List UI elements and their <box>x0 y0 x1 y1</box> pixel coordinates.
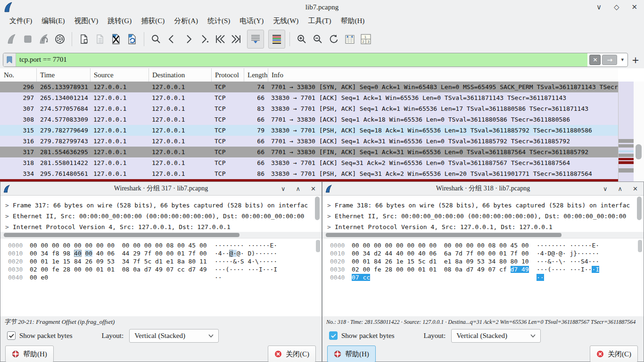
reload-file-icon[interactable] <box>124 31 140 48</box>
column-header-destination[interactable]: Destination <box>149 68 212 82</box>
close-icon[interactable]: ✕ <box>631 3 637 11</box>
tree-row-frame[interactable]: >Frame 317: 66 bytes on wire (528 bits),… <box>0 200 322 211</box>
hex-dump-pane[interactable]: 000000 00 00 00 00 00 00 00 00 00 00 00 … <box>322 238 644 316</box>
layout-select[interactable]: Vertical (Stacked) <box>451 329 541 343</box>
expand-arrow-icon[interactable]: > <box>327 211 335 222</box>
tree-vertical-scrollbar[interactable] <box>637 197 643 230</box>
restart-capture-icon[interactable] <box>36 31 51 48</box>
layout-123-icon[interactable]: 123 <box>358 31 373 48</box>
menu-item[interactable]: 捕获(C) <box>136 16 169 26</box>
packet-row[interactable]: 317 281.554636295 127.0.0.1 127.0.0.1 TC… <box>0 147 618 157</box>
zoom-in-icon[interactable] <box>294 31 309 48</box>
show-packet-bytes-checkbox[interactable] <box>329 331 338 340</box>
filter-dropdown-icon[interactable]: ▾ <box>617 57 627 63</box>
minimize-icon[interactable]: ∨ <box>596 3 602 11</box>
restore-icon[interactable]: ∧ <box>296 185 301 192</box>
colorize-toggle[interactable] <box>268 30 285 49</box>
cell-destination: 127.0.0.1 <box>149 105 212 112</box>
save-file-icon[interactable] <box>92 31 107 48</box>
first-packet-icon[interactable] <box>213 31 228 48</box>
packet-rows: 296 265.133978931 127.0.0.1 127.0.0.1 TC… <box>0 82 618 179</box>
expand-arrow-icon[interactable]: > <box>5 200 13 211</box>
selected-bytes: d7 49 <box>511 266 529 273</box>
expand-arrow-icon[interactable]: > <box>5 222 13 232</box>
filter-clear-button[interactable]: ✕ <box>589 55 601 65</box>
layout-select[interactable]: Vertical (Stacked) <box>129 329 219 343</box>
tree-horizontal-scrollbar[interactable] <box>0 232 322 238</box>
close-button[interactable]: 关闭(C) <box>590 346 638 362</box>
go-back-icon[interactable] <box>165 31 180 48</box>
show-packet-bytes-checkbox[interactable] <box>7 331 16 340</box>
menu-item[interactable]: 工具(T) <box>303 16 336 26</box>
tree-horizontal-scrollbar[interactable] <box>322 232 644 238</box>
packet-row[interactable]: 307 274.577057684 127.0.0.1 127.0.0.1 TC… <box>0 103 618 114</box>
hex-vertical-scrollbar[interactable] <box>638 240 643 315</box>
menu-item[interactable]: 统计(S) <box>203 16 235 26</box>
menu-item[interactable]: 电话(Y) <box>235 16 268 26</box>
restore-icon[interactable]: ∧ <box>618 185 623 192</box>
minimize-icon[interactable]: ∨ <box>603 185 608 192</box>
go-to-packet-icon[interactable] <box>197 31 212 48</box>
menu-item[interactable]: 文件(F) <box>5 16 37 26</box>
filter-apply-button[interactable]: → <box>602 55 617 65</box>
stop-capture-icon[interactable] <box>20 31 35 48</box>
packet-row[interactable]: 297 265.134001214 127.0.0.1 127.0.0.1 TC… <box>0 92 618 103</box>
menu-item[interactable]: 帮助(H) <box>336 16 369 26</box>
column-header-time[interactable]: Time <box>37 68 91 82</box>
scrollbar-thumb[interactable] <box>636 144 642 159</box>
column-header-info[interactable]: Info <box>268 68 618 82</box>
expand-arrow-icon[interactable]: > <box>5 211 13 222</box>
go-forward-icon[interactable] <box>181 31 196 48</box>
auto-scroll-toggle[interactable] <box>247 30 264 49</box>
column-header-length[interactable]: Length <box>244 68 268 82</box>
capture-options-icon[interactable] <box>52 31 67 48</box>
packet-row[interactable]: 318 281.558011422 127.0.0.1 127.0.0.1 TC… <box>0 157 618 168</box>
maximize-icon[interactable]: ◇ <box>614 3 619 11</box>
tree-row-ip[interactable]: >Internet Protocol Version 4, Src: 127.0… <box>322 222 644 232</box>
packet-row[interactable]: 316 279.782799743 127.0.0.1 127.0.0.1 TC… <box>0 136 618 147</box>
packet-row[interactable]: 334 295.761480561 127.0.0.1 127.0.0.1 TC… <box>0 168 618 179</box>
column-header-source[interactable]: Source <box>91 68 149 82</box>
menu-item[interactable]: 视图(V) <box>70 16 103 26</box>
display-filter-bar[interactable]: tcp.port == 7701 ✕ → ▾ <box>3 53 628 67</box>
menu-item[interactable]: 分析(A) <box>169 16 203 26</box>
help-button[interactable]: 帮助(H) <box>5 346 54 362</box>
close-icon[interactable]: ✕ <box>633 185 638 192</box>
close-icon[interactable]: ✕ <box>311 185 316 192</box>
help-button[interactable]: 帮助(H) <box>327 346 376 362</box>
find-packet-icon[interactable] <box>149 31 164 48</box>
packet-row[interactable]: 296 265.133978931 127.0.0.1 127.0.0.1 TC… <box>0 82 618 92</box>
intelligent-scrollbar-map[interactable] <box>618 82 634 181</box>
menu-item[interactable]: 跳转(G) <box>103 16 136 26</box>
close-button[interactable]: 关闭(C) <box>268 346 316 362</box>
hex-vertical-scrollbar[interactable] <box>316 240 321 315</box>
menu-item[interactable]: 编辑(E) <box>37 16 69 26</box>
zoom-reset-icon[interactable] <box>326 31 341 48</box>
tree-row-ethernet[interactable]: >Ethernet II, Src: 00:00:00_00:00:00 (00… <box>0 211 322 222</box>
hex-dump-pane[interactable]: 000000 00 00 00 00 00 00 00 00 00 00 00 … <box>0 238 322 316</box>
tree-row-frame[interactable]: >Frame 318: 66 bytes on wire (528 bits),… <box>322 200 644 211</box>
cell-destination: 127.0.0.1 <box>149 127 212 134</box>
column-header-no[interactable]: No. <box>0 68 37 82</box>
zoom-out-icon[interactable] <box>310 31 325 48</box>
tree-row-ip[interactable]: >Internet Protocol Version 4, Src: 127.0… <box>0 222 322 232</box>
last-packet-icon[interactable] <box>229 31 244 48</box>
display-filter-input[interactable]: tcp.port == 7701 <box>16 53 587 66</box>
start-capture-icon[interactable] <box>4 31 19 48</box>
packet-row[interactable]: 315 279.782779649 127.0.0.1 127.0.0.1 TC… <box>0 125 618 136</box>
minimize-icon[interactable]: ∨ <box>281 185 286 192</box>
expand-arrow-icon[interactable]: > <box>327 222 335 232</box>
column-header-protocol[interactable]: Protocol <box>212 68 244 82</box>
menu-item[interactable]: 无线(W) <box>268 16 303 26</box>
filter-add-button[interactable]: + <box>632 55 639 65</box>
tree-vertical-scrollbar[interactable] <box>315 197 321 230</box>
resize-columns-icon[interactable] <box>342 31 357 48</box>
packet-row[interactable]: 308 274.577083309 127.0.0.1 127.0.0.1 TC… <box>0 114 618 125</box>
open-file-icon[interactable] <box>76 31 91 48</box>
filter-bookmark-button[interactable] <box>3 53 16 66</box>
expand-arrow-icon[interactable]: > <box>327 200 335 211</box>
cell-length: 66 <box>244 159 268 166</box>
packet-list-scrollbar[interactable] <box>634 82 644 181</box>
close-file-icon[interactable] <box>108 31 124 48</box>
tree-row-ethernet[interactable]: >Ethernet II, Src: 00:00:00_00:00:00 (00… <box>322 211 644 222</box>
